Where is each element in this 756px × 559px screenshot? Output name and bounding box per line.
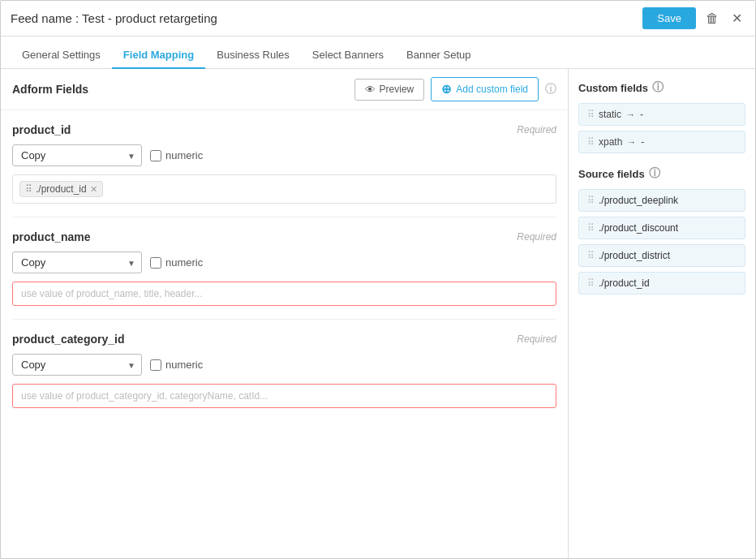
close-icon: ✕ xyxy=(732,11,742,25)
preview-button[interactable]: 👁 Preview xyxy=(354,79,425,101)
numeric-checkbox-input-product-name[interactable] xyxy=(150,257,161,269)
source-fields-info-icon[interactable]: ⓘ xyxy=(649,166,660,181)
drag-dots-icon: ⠿ xyxy=(587,109,594,120)
product-name-input[interactable] xyxy=(12,282,556,306)
drag-dots-icon-sf1: ⠿ xyxy=(587,195,594,206)
arrow-icon: → xyxy=(626,110,635,119)
numeric-checkbox-product-name[interactable]: numeric xyxy=(150,256,203,269)
tab-select-banners[interactable]: Select Banners xyxy=(301,42,395,69)
drag-dots-icon-sf3: ⠿ xyxy=(587,250,594,261)
tab-field-mapping[interactable]: Field Mapping xyxy=(112,42,205,69)
field-name-product-name: product_name xyxy=(12,230,90,243)
left-panel-header: Adform Fields 👁 Preview ⊕ Add custom fie… xyxy=(1,69,568,110)
tag-close-icon[interactable]: ✕ xyxy=(90,185,97,194)
source-field-discount[interactable]: ⠿ ./product_discount xyxy=(578,217,745,239)
custom-field-xpath[interactable]: ⠿ xpath → - xyxy=(578,131,745,153)
select-wrapper-product-id: Copy Static XPath ▼ xyxy=(12,144,142,166)
drag-handle-icon: ⠿ xyxy=(25,183,32,195)
drag-dots-icon-sf4: ⠿ xyxy=(587,277,594,289)
product-category-id-input[interactable] xyxy=(12,384,556,408)
field-section-product-name: product_name Required Copy Static XPath … xyxy=(12,217,556,320)
field-name-product-category-id: product_category_id xyxy=(12,333,124,346)
save-button[interactable]: Save xyxy=(642,7,696,29)
trash-icon: 🗑 xyxy=(706,11,719,25)
main-content: Adform Fields 👁 Preview ⊕ Add custom fie… xyxy=(1,69,755,558)
copy-select-product-name[interactable]: Copy Static XPath xyxy=(12,252,142,273)
trash-button[interactable]: 🗑 xyxy=(702,8,722,29)
tag-product-id: ⠿ ./product_id ✕ xyxy=(19,181,103,197)
field-controls-product-id: Copy Static XPath ▼ numeric xyxy=(12,144,556,166)
numeric-checkbox-product-category-id[interactable]: numeric xyxy=(150,359,203,371)
add-custom-field-button[interactable]: ⊕ Add custom field xyxy=(431,77,539,101)
title-bar: Feed name : Test - product retargeting S… xyxy=(1,1,755,37)
window-title: Feed name : Test - product retargeting xyxy=(11,11,217,25)
source-fields-title: Source fields ⓘ xyxy=(578,166,745,181)
drag-dots-icon-sf2: ⠿ xyxy=(587,222,594,234)
right-panel: Custom fields ⓘ ⠿ static → - ⠿ xpath → - xyxy=(569,69,755,558)
field-required-product-name: Required xyxy=(517,231,556,243)
tab-business-rules[interactable]: Business Rules xyxy=(205,42,301,69)
field-header-product-id: product_id Required xyxy=(12,123,556,136)
tab-bar: General Settings Field Mapping Business … xyxy=(1,37,755,69)
fields-scroll-area: product_id Required Copy Static XPath ▼ xyxy=(1,110,568,558)
field-required-product-category-id: Required xyxy=(517,333,556,345)
custom-fields-info-icon[interactable]: ⓘ xyxy=(652,80,664,95)
adform-fields-title: Adform Fields xyxy=(12,83,88,96)
copy-select-product-category-id[interactable]: Copy Static XPath xyxy=(12,354,142,376)
source-fields-section: Source fields ⓘ ⠿ ./product_deeplink ⠿ .… xyxy=(578,166,745,295)
source-field-product-id[interactable]: ⠿ ./product_id xyxy=(578,272,745,295)
custom-field-static[interactable]: ⠿ static → - xyxy=(578,103,745,126)
field-header-product-name: product_name Required xyxy=(12,230,556,243)
source-field-deeplink[interactable]: ⠿ ./product_deeplink xyxy=(578,189,745,212)
field-section-product-id: product_id Required Copy Static XPath ▼ xyxy=(12,110,556,217)
close-button[interactable]: ✕ xyxy=(728,7,745,29)
field-name-product-id: product_id xyxy=(12,123,71,136)
field-required-product-id: Required xyxy=(517,124,556,135)
numeric-checkbox-input-product-category-id[interactable] xyxy=(150,359,161,371)
field-section-product-category-id: product_category_id Required Copy Static… xyxy=(12,320,556,421)
title-bar-actions: Save 🗑 ✕ xyxy=(642,7,745,29)
main-window: Feed name : Test - product retargeting S… xyxy=(0,0,756,559)
numeric-checkbox-input-product-id[interactable] xyxy=(150,150,161,161)
field-controls-product-category-id: Copy Static XPath ▼ numeric xyxy=(12,354,556,376)
custom-fields-title: Custom fields ⓘ xyxy=(578,80,745,95)
tab-general-settings[interactable]: General Settings xyxy=(11,42,112,69)
plus-icon: ⊕ xyxy=(441,82,452,97)
arrow-icon-2: → xyxy=(627,137,636,147)
source-fields-list: ⠿ ./product_deeplink ⠿ ./product_discoun… xyxy=(578,189,745,295)
drag-dots-icon-2: ⠿ xyxy=(587,136,594,148)
left-panel: Adform Fields 👁 Preview ⊕ Add custom fie… xyxy=(1,69,569,558)
copy-select-product-id[interactable]: Copy Static XPath xyxy=(12,144,142,166)
source-field-district[interactable]: ⠿ ./product_district xyxy=(578,244,745,267)
select-wrapper-product-category-id: Copy Static XPath ▼ xyxy=(12,354,142,376)
eye-icon: 👁 xyxy=(365,84,376,96)
select-wrapper-product-name: Copy Static XPath ▼ xyxy=(12,252,142,273)
tab-banner-setup[interactable]: Banner Setup xyxy=(395,42,483,69)
field-header-product-category-id: product_category_id Required xyxy=(12,333,556,346)
info-icon[interactable]: ⓘ xyxy=(545,82,556,97)
custom-fields-list: ⠿ static → - ⠿ xpath → - xyxy=(578,103,745,153)
tag-container-product-id[interactable]: ⠿ ./product_id ✕ xyxy=(12,174,556,204)
left-panel-actions: 👁 Preview ⊕ Add custom field ⓘ xyxy=(354,77,556,101)
numeric-checkbox-product-id[interactable]: numeric xyxy=(150,149,203,161)
field-controls-product-name: Copy Static XPath ▼ numeric xyxy=(12,252,556,273)
